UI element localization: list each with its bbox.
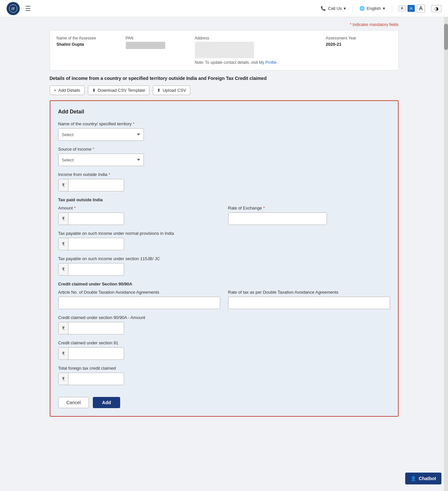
tax-payable-normal-label: Tax payable on such income under normal … bbox=[58, 231, 390, 236]
assessment-year-label: Assessment Year bbox=[326, 36, 392, 40]
article-no-input[interactable] bbox=[58, 297, 220, 309]
income-outside-input-wrapper: ₹ bbox=[58, 179, 124, 191]
call-dropdown-arrow: ▾ bbox=[344, 6, 346, 11]
address-label: Address bbox=[195, 36, 323, 40]
credit-90-amount-input[interactable] bbox=[68, 326, 124, 331]
logo-icon: IT bbox=[7, 2, 20, 15]
tax-payable-normal-input-wrapper: ₹ bbox=[58, 238, 124, 250]
scrollbar-track[interactable] bbox=[444, 17, 448, 422]
credit-91-input[interactable] bbox=[68, 351, 124, 356]
upload-csv-label: Upload CSV bbox=[163, 88, 186, 93]
country-select[interactable]: Select USA UK Canada Australia Germany F… bbox=[58, 128, 144, 141]
cancel-button[interactable]: Cancel bbox=[58, 397, 89, 408]
rate-exchange-label: Rate of Exchange * bbox=[228, 206, 390, 210]
credit-90-amount-input-wrapper: ₹ bbox=[58, 322, 124, 334]
phone-icon: 📞 bbox=[321, 6, 326, 11]
assessee-name-field: Name of the Assessee Shalini Gupta bbox=[57, 36, 122, 65]
country-group: Name of the country/ specified territory… bbox=[58, 121, 390, 141]
add-button[interactable]: Add bbox=[93, 397, 120, 408]
tax-payable-115jb-group: Tax payable on such income under section… bbox=[58, 256, 390, 276]
total-credit-label: Total foreign tax credit claimed bbox=[58, 366, 390, 371]
country-label: Name of the country/ specified territory… bbox=[58, 121, 390, 126]
rate-tax-label: Rate of tax as per Double Taxation Avoid… bbox=[228, 290, 390, 295]
globe-icon: 🌐 bbox=[359, 6, 365, 11]
note-text: Note: To update contact details, visit M… bbox=[195, 60, 323, 65]
tax-payable-115jb-label: Tax payable on such income under section… bbox=[58, 256, 390, 261]
my-profile-link[interactable]: My Profile bbox=[259, 60, 277, 65]
credit-91-group: Credit claimed under section 91 ₹ bbox=[58, 340, 390, 360]
income-outside-currency-symbol: ₹ bbox=[59, 179, 68, 191]
total-credit-input[interactable] bbox=[68, 377, 124, 381]
scrollbar-thumb[interactable] bbox=[444, 24, 448, 50]
add-detail-form: Add Detail Name of the country/ specifie… bbox=[50, 100, 399, 417]
language-dropdown-arrow: ▾ bbox=[383, 6, 385, 11]
mandatory-note: * Indicates mandatory fields bbox=[50, 22, 399, 27]
income-outside-group: Income from outside India * ₹ bbox=[58, 172, 390, 191]
tax-paid-section-label: Tax paid outside India bbox=[58, 197, 390, 202]
rate-exchange-input[interactable] bbox=[228, 212, 327, 225]
total-credit-currency: ₹ bbox=[59, 373, 68, 385]
amount-group: Amount * ₹ bbox=[58, 206, 220, 225]
rate-exchange-group: Rate of Exchange * bbox=[228, 206, 390, 225]
toolbar: + Add Details ⬇ Download CSV Template ⬆ … bbox=[50, 86, 399, 95]
assessment-year-field: Assessment Year 2020-21 bbox=[326, 36, 392, 65]
assessee-name-label: Name of the Assessee bbox=[57, 36, 122, 40]
download-csv-button[interactable]: ⬇ Download CSV Template bbox=[88, 86, 149, 95]
contrast-button[interactable]: ◑ bbox=[432, 5, 441, 12]
tax-paid-section: Tax paid outside India Amount * ₹ Rate o… bbox=[58, 197, 390, 225]
header-right: 📞 Call Us ▾ 🌐 English ▾ A A A ◑ bbox=[321, 5, 441, 12]
source-income-group: Source of income * Select Salary Busines… bbox=[58, 147, 390, 166]
pan-label: PAN bbox=[126, 36, 192, 40]
credit-90-amount-label: Credit claimed under section 90/90A - Am… bbox=[58, 315, 390, 320]
add-details-icon: + bbox=[54, 88, 57, 93]
tax-paid-row: Amount * ₹ Rate of Exchange * bbox=[58, 206, 390, 225]
credit-90-section-label: Credit claimed under Section 90/90A bbox=[58, 282, 390, 286]
tax-payable-normal-input[interactable] bbox=[68, 242, 124, 247]
assessment-year-value: 2020-21 bbox=[326, 42, 392, 47]
language-button[interactable]: 🌐 English ▾ bbox=[359, 6, 385, 11]
article-no-label: Article No. of Double Taxation Avoidance… bbox=[58, 290, 220, 295]
address-box bbox=[195, 42, 254, 58]
tax-payable-115jb-currency: ₹ bbox=[59, 263, 68, 275]
pan-redacted bbox=[126, 42, 165, 49]
language-label: English bbox=[367, 6, 381, 11]
download-csv-label: Download CSV Template bbox=[98, 88, 145, 93]
source-income-select[interactable]: Select Salary Business Capital Gains Oth… bbox=[58, 154, 144, 166]
hamburger-menu-icon[interactable]: ☰ bbox=[25, 5, 31, 12]
total-credit-group: Total foreign tax credit claimed ₹ bbox=[58, 366, 390, 385]
pan-field: PAN bbox=[126, 36, 192, 65]
tax-payable-normal-group: Tax payable on such income under normal … bbox=[58, 231, 390, 250]
font-medium-button[interactable]: A bbox=[408, 5, 415, 12]
header: IT ☰ 📞 Call Us ▾ 🌐 English ▾ A A A ◑ bbox=[0, 0, 448, 17]
credit-91-label: Credit claimed under section 91 bbox=[58, 340, 390, 345]
credit-91-input-wrapper: ₹ bbox=[58, 347, 124, 360]
assessee-name-value: Shalini Gupta bbox=[57, 42, 122, 47]
tax-payable-115jb-input[interactable] bbox=[68, 267, 124, 272]
credit-90-row: Article No. of Double Taxation Avoidance… bbox=[58, 290, 390, 309]
amount-input[interactable] bbox=[68, 216, 124, 221]
header-divider-1 bbox=[353, 5, 353, 12]
total-credit-input-wrapper: ₹ bbox=[58, 373, 124, 385]
font-small-button[interactable]: A bbox=[399, 6, 406, 11]
rate-tax-group: Rate of tax as per Double Taxation Avoid… bbox=[228, 290, 390, 309]
amount-label: Amount * bbox=[58, 206, 220, 210]
assessee-info-card: Name of the Assessee Shalini Gupta PAN A… bbox=[50, 30, 399, 70]
credit-90-amount-currency: ₹ bbox=[59, 322, 68, 334]
credit-90-amount-group: Credit claimed under section 90/90A - Am… bbox=[58, 315, 390, 334]
font-size-controls: A A A bbox=[399, 5, 425, 12]
upload-csv-button[interactable]: ⬆ Upload CSV bbox=[153, 86, 191, 95]
address-field: Address Note: To update contact details,… bbox=[195, 36, 323, 65]
amount-currency-symbol: ₹ bbox=[59, 213, 68, 225]
income-outside-label: Income from outside India * bbox=[58, 172, 390, 177]
section-heading: Details of income from a country or spec… bbox=[50, 76, 399, 81]
font-large-button[interactable]: A bbox=[417, 5, 425, 12]
header-divider-2 bbox=[392, 5, 392, 12]
amount-input-wrapper: ₹ bbox=[58, 212, 124, 225]
svg-text:IT: IT bbox=[12, 7, 15, 11]
call-us-label: Call Us bbox=[328, 6, 342, 11]
income-outside-input[interactable] bbox=[68, 183, 124, 188]
header-left: IT ☰ bbox=[7, 2, 31, 15]
add-details-button[interactable]: + Add Details bbox=[50, 86, 85, 95]
rate-tax-input[interactable] bbox=[228, 297, 390, 309]
call-us-button[interactable]: 📞 Call Us ▾ bbox=[321, 6, 346, 11]
